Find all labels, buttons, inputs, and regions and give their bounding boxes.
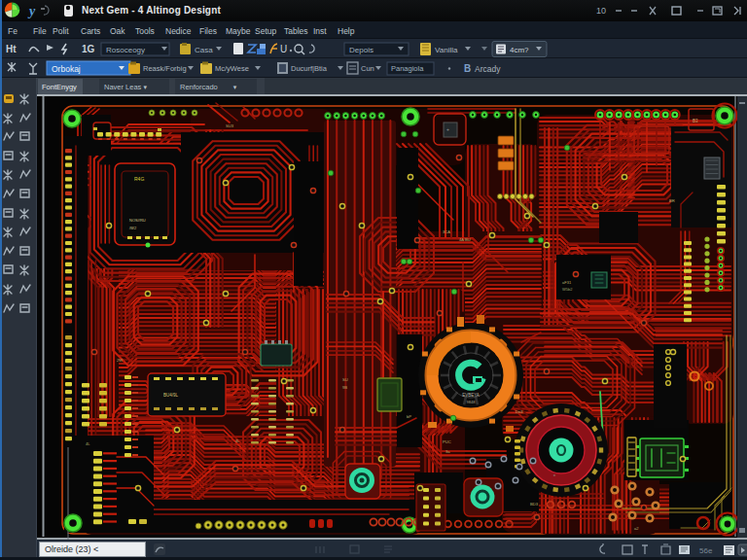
svg-text:2W: 2W (117, 358, 123, 363)
svg-text:4A BU: 4A BU (459, 237, 471, 242)
svg-text:SU: SU (342, 377, 348, 382)
svg-text:56e: 56e (699, 546, 713, 555)
svg-text:BD3: BD3 (530, 502, 539, 507)
svg-text:Dn3: Dn3 (516, 409, 523, 414)
svg-text:4L: 4L (235, 438, 240, 443)
svg-text:EVBEYA: EVBEYA (462, 393, 480, 398)
svg-text:NOS//RU: NOS//RU (129, 218, 146, 223)
svg-text:BR: BR (669, 198, 675, 203)
svg-text:W5b2: W5b2 (562, 287, 573, 292)
svg-text:a2: a2 (634, 526, 639, 531)
svg-text:9B: 9B (342, 385, 347, 390)
svg-text:3a: 3a (445, 449, 450, 454)
svg-text:4L: 4L (86, 441, 90, 446)
svg-text:SU3: SU3 (226, 123, 234, 128)
svg-text:PUC: PUC (443, 439, 451, 444)
svg-text:aF31: aF31 (562, 280, 572, 285)
svg-text:B3: B3 (693, 119, 698, 123)
svg-text:+: + (446, 126, 449, 132)
svg-text:9848: 9848 (467, 400, 477, 404)
svg-text:R4G: R4G (134, 176, 144, 182)
svg-text:bP: bP (407, 414, 411, 419)
svg-text:3CA: 3CA (443, 229, 450, 234)
svg-text:/W2: /W2 (129, 226, 137, 230)
svg-text:BU4/9L: BU4/9L (163, 393, 179, 398)
